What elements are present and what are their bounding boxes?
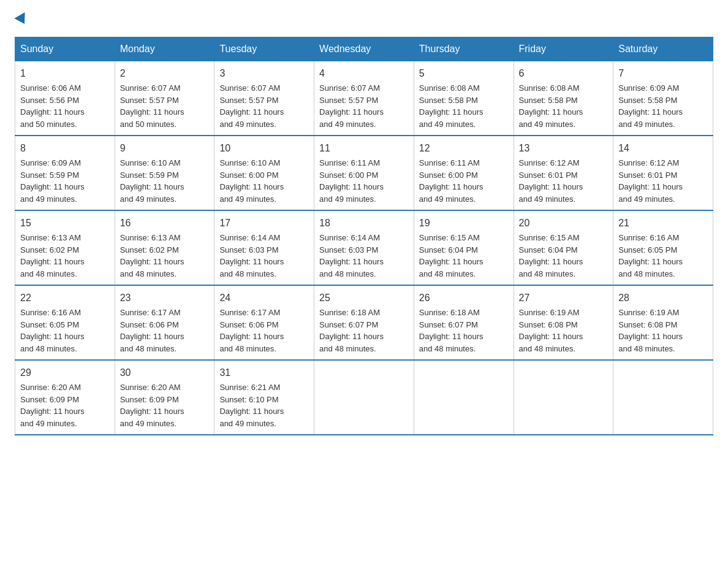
day-info: Sunrise: 6:10 AMSunset: 5:59 PMDaylight:… <box>120 158 184 204</box>
day-number: 26 <box>419 291 509 305</box>
calendar-cell: 8Sunrise: 6:09 AMSunset: 5:59 PMDaylight… <box>15 136 115 210</box>
day-number: 15 <box>20 216 110 231</box>
weekday-header-friday: Friday <box>514 37 613 61</box>
calendar-cell: 24Sunrise: 6:17 AMSunset: 6:06 PMDayligh… <box>214 285 314 360</box>
calendar-cell: 14Sunrise: 6:12 AMSunset: 6:01 PMDayligh… <box>613 136 713 210</box>
day-number: 19 <box>419 216 509 231</box>
calendar-cell: 1Sunrise: 6:06 AMSunset: 5:56 PMDaylight… <box>15 61 115 136</box>
calendar-cell: 4Sunrise: 6:07 AMSunset: 5:57 PMDaylight… <box>314 61 414 136</box>
week-row-2: 8Sunrise: 6:09 AMSunset: 5:59 PMDaylight… <box>15 136 713 210</box>
week-row-3: 15Sunrise: 6:13 AMSunset: 6:02 PMDayligh… <box>15 210 713 285</box>
calendar-cell: 30Sunrise: 6:20 AMSunset: 6:09 PMDayligh… <box>115 360 214 435</box>
weekday-header-saturday: Saturday <box>613 37 713 61</box>
day-info: Sunrise: 6:18 AMSunset: 6:07 PMDaylight:… <box>419 308 483 353</box>
day-number: 22 <box>20 291 110 305</box>
calendar-cell <box>414 360 514 435</box>
calendar-cell <box>514 360 613 435</box>
day-number: 12 <box>419 141 509 156</box>
calendar-cell: 26Sunrise: 6:18 AMSunset: 6:07 PMDayligh… <box>414 285 514 360</box>
day-info: Sunrise: 6:16 AMSunset: 6:05 PMDaylight:… <box>618 233 683 278</box>
calendar-cell: 20Sunrise: 6:15 AMSunset: 6:04 PMDayligh… <box>514 210 613 285</box>
day-info: Sunrise: 6:12 AMSunset: 6:01 PMDaylight:… <box>519 158 583 204</box>
day-number: 30 <box>120 366 210 380</box>
calendar-cell: 5Sunrise: 6:08 AMSunset: 5:58 PMDaylight… <box>414 61 514 136</box>
calendar-cell: 3Sunrise: 6:07 AMSunset: 5:57 PMDaylight… <box>214 61 314 136</box>
calendar-table: SundayMondayTuesdayWednesdayThursdayFrid… <box>15 37 713 435</box>
calendar-cell: 28Sunrise: 6:19 AMSunset: 6:08 PMDayligh… <box>613 285 713 360</box>
day-number: 18 <box>319 216 409 231</box>
day-info: Sunrise: 6:13 AMSunset: 6:02 PMDaylight:… <box>120 233 184 278</box>
day-info: Sunrise: 6:07 AMSunset: 5:57 PMDaylight:… <box>319 83 384 129</box>
day-number: 29 <box>20 366 110 380</box>
weekday-header-thursday: Thursday <box>414 37 514 61</box>
day-info: Sunrise: 6:20 AMSunset: 6:09 PMDaylight:… <box>120 383 184 428</box>
day-number: 28 <box>618 291 708 305</box>
logo <box>15 15 28 25</box>
calendar-cell: 16Sunrise: 6:13 AMSunset: 6:02 PMDayligh… <box>115 210 214 285</box>
calendar-cell: 17Sunrise: 6:14 AMSunset: 6:03 PMDayligh… <box>214 210 314 285</box>
day-number: 24 <box>219 291 309 305</box>
day-info: Sunrise: 6:08 AMSunset: 5:58 PMDaylight:… <box>519 83 583 129</box>
calendar-cell: 22Sunrise: 6:16 AMSunset: 6:05 PMDayligh… <box>15 285 115 360</box>
calendar-cell: 15Sunrise: 6:13 AMSunset: 6:02 PMDayligh… <box>15 210 115 285</box>
week-row-1: 1Sunrise: 6:06 AMSunset: 5:56 PMDaylight… <box>15 61 713 136</box>
day-number: 17 <box>219 216 309 231</box>
day-number: 4 <box>319 66 409 81</box>
week-row-5: 29Sunrise: 6:20 AMSunset: 6:09 PMDayligh… <box>15 360 713 435</box>
day-number: 2 <box>120 66 210 81</box>
calendar-cell: 19Sunrise: 6:15 AMSunset: 6:04 PMDayligh… <box>414 210 514 285</box>
calendar-cell: 29Sunrise: 6:20 AMSunset: 6:09 PMDayligh… <box>15 360 115 435</box>
day-number: 7 <box>618 66 708 81</box>
day-number: 25 <box>319 291 409 305</box>
day-info: Sunrise: 6:06 AMSunset: 5:56 PMDaylight:… <box>20 83 85 129</box>
weekday-header-tuesday: Tuesday <box>214 37 314 61</box>
day-number: 3 <box>219 66 309 81</box>
calendar-cell: 12Sunrise: 6:11 AMSunset: 6:00 PMDayligh… <box>414 136 514 210</box>
calendar-cell: 13Sunrise: 6:12 AMSunset: 6:01 PMDayligh… <box>514 136 613 210</box>
day-info: Sunrise: 6:16 AMSunset: 6:05 PMDaylight:… <box>20 308 85 353</box>
day-info: Sunrise: 6:19 AMSunset: 6:08 PMDaylight:… <box>519 308 583 353</box>
day-info: Sunrise: 6:14 AMSunset: 6:03 PMDaylight:… <box>219 233 284 278</box>
day-info: Sunrise: 6:15 AMSunset: 6:04 PMDaylight:… <box>419 233 483 278</box>
day-number: 16 <box>120 216 210 231</box>
day-info: Sunrise: 6:09 AMSunset: 5:58 PMDaylight:… <box>618 83 683 129</box>
day-info: Sunrise: 6:12 AMSunset: 6:01 PMDaylight:… <box>618 158 683 204</box>
day-info: Sunrise: 6:07 AMSunset: 5:57 PMDaylight:… <box>120 83 184 129</box>
calendar-cell: 9Sunrise: 6:10 AMSunset: 5:59 PMDaylight… <box>115 136 214 210</box>
day-number: 11 <box>319 141 409 156</box>
calendar-cell: 10Sunrise: 6:10 AMSunset: 6:00 PMDayligh… <box>214 136 314 210</box>
day-number: 21 <box>618 216 708 231</box>
calendar-cell <box>613 360 713 435</box>
day-number: 20 <box>519 216 609 231</box>
calendar-cell: 6Sunrise: 6:08 AMSunset: 5:58 PMDaylight… <box>514 61 613 136</box>
day-info: Sunrise: 6:17 AMSunset: 6:06 PMDaylight:… <box>219 308 284 353</box>
day-info: Sunrise: 6:19 AMSunset: 6:08 PMDaylight:… <box>618 308 683 353</box>
day-number: 8 <box>20 141 110 156</box>
day-info: Sunrise: 6:17 AMSunset: 6:06 PMDaylight:… <box>120 308 184 353</box>
weekday-header-row: SundayMondayTuesdayWednesdayThursdayFrid… <box>15 37 713 61</box>
day-info: Sunrise: 6:21 AMSunset: 6:10 PMDaylight:… <box>219 383 284 428</box>
calendar-cell: 21Sunrise: 6:16 AMSunset: 6:05 PMDayligh… <box>613 210 713 285</box>
calendar-cell: 7Sunrise: 6:09 AMSunset: 5:58 PMDaylight… <box>613 61 713 136</box>
day-number: 1 <box>20 66 110 81</box>
day-number: 27 <box>519 291 609 305</box>
day-number: 9 <box>120 141 210 156</box>
day-info: Sunrise: 6:11 AMSunset: 6:00 PMDaylight:… <box>419 158 483 204</box>
calendar-cell: 25Sunrise: 6:18 AMSunset: 6:07 PMDayligh… <box>314 285 414 360</box>
day-info: Sunrise: 6:15 AMSunset: 6:04 PMDaylight:… <box>519 233 583 278</box>
week-row-4: 22Sunrise: 6:16 AMSunset: 6:05 PMDayligh… <box>15 285 713 360</box>
day-info: Sunrise: 6:10 AMSunset: 6:00 PMDaylight:… <box>219 158 284 204</box>
day-number: 13 <box>519 141 609 156</box>
day-info: Sunrise: 6:11 AMSunset: 6:00 PMDaylight:… <box>319 158 384 204</box>
weekday-header-monday: Monday <box>115 37 214 61</box>
calendar-cell: 31Sunrise: 6:21 AMSunset: 6:10 PMDayligh… <box>214 360 314 435</box>
calendar-cell: 11Sunrise: 6:11 AMSunset: 6:00 PMDayligh… <box>314 136 414 210</box>
calendar-cell: 2Sunrise: 6:07 AMSunset: 5:57 PMDaylight… <box>115 61 214 136</box>
calendar-cell: 23Sunrise: 6:17 AMSunset: 6:06 PMDayligh… <box>115 285 214 360</box>
weekday-header-wednesday: Wednesday <box>314 37 414 61</box>
calendar-cell: 27Sunrise: 6:19 AMSunset: 6:08 PMDayligh… <box>514 285 613 360</box>
day-number: 31 <box>219 366 309 380</box>
calendar-cell <box>314 360 414 435</box>
day-number: 23 <box>120 291 210 305</box>
day-info: Sunrise: 6:20 AMSunset: 6:09 PMDaylight:… <box>20 383 85 428</box>
